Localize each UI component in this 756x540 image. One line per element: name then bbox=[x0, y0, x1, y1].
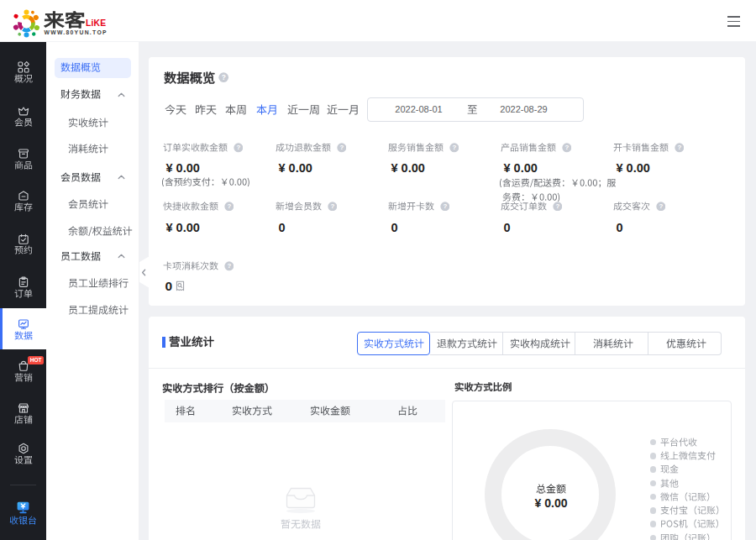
svg-text:?: ? bbox=[236, 144, 240, 152]
svg-text:?: ? bbox=[227, 263, 231, 270]
svg-text:?: ? bbox=[443, 202, 447, 210]
svg-text:?: ? bbox=[339, 144, 344, 152]
svg-text:?: ? bbox=[452, 144, 456, 152]
svg-text:?: ? bbox=[555, 202, 559, 210]
svg-text:?: ? bbox=[659, 202, 663, 210]
svg-text:?: ? bbox=[677, 144, 681, 152]
svg-text:?: ? bbox=[227, 202, 231, 210]
svg-text:?: ? bbox=[330, 202, 334, 210]
svg-text:?: ? bbox=[564, 144, 569, 152]
svg-text:?: ? bbox=[222, 73, 226, 81]
